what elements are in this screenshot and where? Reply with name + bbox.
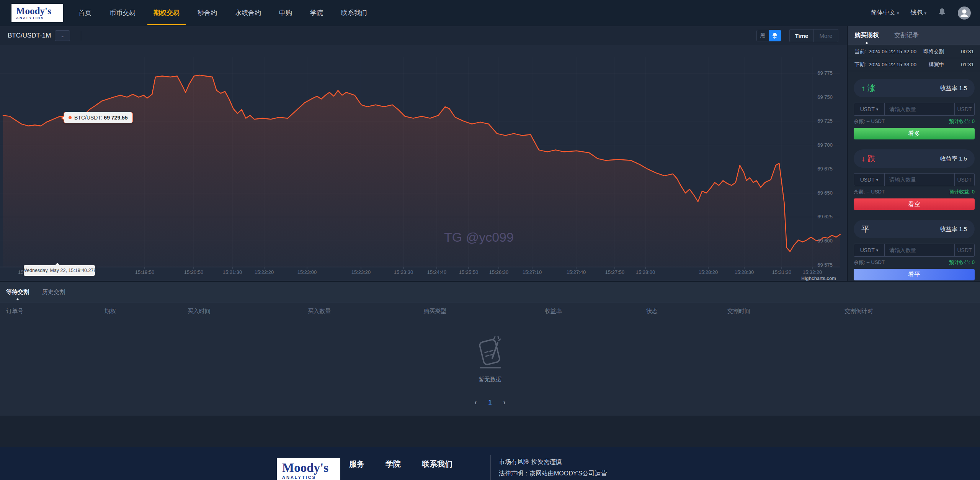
orders-section: 等待交割 历史交割 订单号期权买入时间买入数量购买类型收益率状态交割时间交割倒计… xyxy=(0,281,980,416)
footer-link[interactable]: 学院 xyxy=(385,459,401,469)
nav-item-home[interactable]: 首页 xyxy=(78,0,91,26)
user-avatar[interactable] xyxy=(958,7,971,20)
footer-link[interactable]: 服务 xyxy=(349,459,364,469)
footer-divider xyxy=(490,455,491,480)
chevron-down-icon: ▾ xyxy=(897,11,899,15)
prev-page-button[interactable]: ‹ xyxy=(475,398,477,406)
time-mode-button[interactable]: Time xyxy=(789,29,814,42)
current-period-row: 当前: 2024-05-22 15:32:00 即将交割 00:31 xyxy=(848,45,980,58)
direction-name: 跌 xyxy=(867,153,875,164)
tab-delivery-records[interactable]: 交割记录 xyxy=(894,31,919,39)
order-button-up[interactable]: 看多 xyxy=(854,128,975,139)
spacer-strip xyxy=(0,416,980,447)
chevron-down-icon: ▾ xyxy=(924,11,926,15)
footer-link[interactable]: 联系我们 xyxy=(422,459,452,469)
direction-name: 平 xyxy=(861,224,869,234)
x-axis-label: 15:28:30 xyxy=(735,269,754,275)
orders-column-header: 收益率 xyxy=(545,308,646,315)
x-axis-label: 15:24:40 xyxy=(427,269,447,275)
currency-suffix: USDT xyxy=(954,103,974,115)
symbol-label: BTC/USDT-1M xyxy=(8,32,51,39)
tab-buy-options[interactable]: 购买期权 xyxy=(854,31,879,39)
tab-history-delivery[interactable]: 历史交割 xyxy=(42,288,65,296)
amount-input-up[interactable] xyxy=(885,103,954,115)
nav-item-contact[interactable]: 联系我们 xyxy=(341,0,367,26)
estimated-profit: 预计收益: 0 xyxy=(949,259,975,266)
y-axis-label: 69 725 xyxy=(806,118,833,124)
estimated-profit: 预计收益: 0 xyxy=(949,188,975,195)
x-axis-label: 15:23:20 xyxy=(351,269,371,275)
x-axis-label: 15:23:30 xyxy=(394,269,413,275)
orders-tabs: 等待交割 历史交割 xyxy=(0,282,980,303)
currency-select[interactable]: USDT▾ xyxy=(854,244,885,256)
footer-logo-subtitle: ANALYTICS xyxy=(282,475,340,480)
lamp-icon[interactable] xyxy=(769,30,781,41)
orders-table-header: 订单号期权买入时间买入数量购买类型收益率状态交割时间交割倒计时 xyxy=(0,303,980,319)
chart-section: BTC/USDT-1M ⌄ 黑 Time More 69 77569 75069… xyxy=(0,26,847,281)
balance-row: 余额: -- USDT预计收益: 0 xyxy=(854,118,975,125)
trade-section-up: ↑涨收益率 1.5USDT▾USDT余额: -- USDT预计收益: 0看多 xyxy=(854,79,975,139)
balance-row: 余额: -- USDT预计收益: 0 xyxy=(854,188,975,195)
currency-select[interactable]: USDT▾ xyxy=(854,174,885,186)
nav-item-subscribe[interactable]: 申购 xyxy=(279,0,292,26)
nav-item-options-trading[interactable]: 期权交易 xyxy=(154,0,180,26)
language-selector[interactable]: 简体中文▾ xyxy=(871,9,899,17)
nav-right: 简体中文▾ 钱包▾ xyxy=(871,7,971,20)
arrow-up-icon: ↑ xyxy=(861,84,865,93)
price-tooltip-value: 69 729.55 xyxy=(104,115,127,121)
tab-pending-delivery[interactable]: 等待交割 xyxy=(6,288,29,296)
estimated-profit: 预计收益: 0 xyxy=(949,118,975,125)
chevron-down-icon: ▾ xyxy=(876,107,879,112)
highcharts-credit[interactable]: Highcharts.com xyxy=(801,276,836,281)
footer-logo: Moody's ANALYTICS xyxy=(277,458,340,480)
toolbar-right: 黑 Time More xyxy=(756,29,838,42)
brand-logo[interactable]: Moody's ANALYTICS xyxy=(11,4,63,22)
wallet-label: 钱包 xyxy=(910,9,923,16)
next-period-row: 下期: 2024-05-22 15:33:00 購買中 01:31 xyxy=(848,58,980,71)
symbol-dropdown[interactable]: ⌄ xyxy=(55,30,70,41)
nav-item-perpetual-contract[interactable]: 永续合约 xyxy=(235,0,261,26)
next-countdown: 01:31 xyxy=(957,62,974,67)
nav-item-academy[interactable]: 学院 xyxy=(310,0,323,26)
active-tab-dot xyxy=(866,42,868,44)
order-button-down[interactable]: 看空 xyxy=(854,198,975,210)
trade-panel: 购买期权 交割记录 当前: 2024-05-22 15:32:00 即将交割 0… xyxy=(848,26,980,281)
next-page-button[interactable]: › xyxy=(503,398,505,406)
theme-dark-option[interactable]: 黑 xyxy=(756,30,769,41)
amount-input-down[interactable] xyxy=(885,174,954,186)
orders-column-header: 期权 xyxy=(105,308,188,315)
nav-item-seconds-contract[interactable]: 秒合约 xyxy=(198,0,217,26)
theme-toggle[interactable]: 黑 xyxy=(756,30,781,41)
y-axis-label: 69 600 xyxy=(806,238,833,244)
trade-section-down: ↓跌收益率 1.5USDT▾USDT余额: -- USDT预计收益: 0看空 xyxy=(854,149,975,210)
chevron-down-icon: ▾ xyxy=(876,248,879,253)
chart-watermark: TG @yc099 xyxy=(444,230,514,245)
nav-items: 首页币币交易期权交易秒合约永续合约申购学院联系我们 xyxy=(78,0,367,26)
direction-header-flat: 平收益率 1.5 xyxy=(854,220,975,238)
more-mode-button[interactable]: More xyxy=(814,29,838,42)
language-label: 简体中文 xyxy=(871,9,895,16)
orders-column-header: 购买类型 xyxy=(423,308,545,315)
rate-label: 收益率 1.5 xyxy=(940,85,967,92)
top-navbar: Moody's ANALYTICS 首页币币交易期权交易秒合约永续合约申购学院联… xyxy=(0,0,980,26)
amount-input-flat[interactable] xyxy=(885,244,954,256)
current-status: 即将交割 xyxy=(923,48,944,55)
y-axis-label: 69 750 xyxy=(806,94,833,100)
current-label: 当前: xyxy=(854,48,866,55)
notification-bell-icon[interactable] xyxy=(938,8,946,18)
direction-header-up: ↑涨收益率 1.5 xyxy=(854,79,975,97)
wallet-menu[interactable]: 钱包▾ xyxy=(910,9,926,17)
currency-suffix: USDT xyxy=(954,244,974,256)
currency-select[interactable]: USDT▾ xyxy=(854,103,885,115)
order-button-flat[interactable]: 看平 xyxy=(854,269,975,280)
direction-header-down: ↓跌收益率 1.5 xyxy=(854,149,975,168)
nav-item-spot-trading[interactable]: 币币交易 xyxy=(109,0,136,26)
page-number[interactable]: 1 xyxy=(488,399,492,406)
price-chart[interactable]: 69 77569 75069 72569 70069 67569 65069 6… xyxy=(0,45,847,281)
pagination: ‹ 1 › xyxy=(0,398,980,406)
no-data-label: 暂无数据 xyxy=(479,376,501,383)
next-label: 下期: xyxy=(854,61,866,68)
trade-sections: ↑涨收益率 1.5USDT▾USDT余额: -- USDT预计收益: 0看多↓跌… xyxy=(848,71,980,280)
trade-panel-tabs: 购买期权 交割记录 xyxy=(848,26,980,45)
footer-legal-text: 法律声明：该网站由MOODY'S公司运营 xyxy=(499,470,607,478)
